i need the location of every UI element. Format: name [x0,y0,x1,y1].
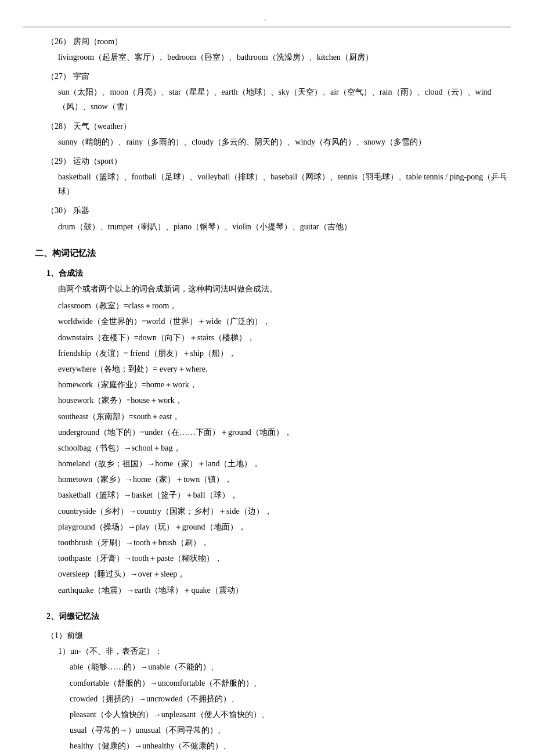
item-28-content: sunny（晴朗的）、rainy（多雨的）、cloudy（多云的、阴天的）、wi… [23,135,511,149]
compound-word-4: everywhere（各地；到处）= every＋where. [23,362,511,376]
item-29: （29） 运动（sport） basketball（篮球）、football（足… [23,154,511,199]
sub1-title: 1、合成法 [23,266,511,280]
prefix-un-list: able（能够……的）→unable（不能的）、 comfortable（舒服的… [23,660,511,753]
compound-word-14: playground（操场）→play（玩）＋ground（地面）， [23,520,511,534]
compound-word-11: hometown（家乡）→home（家）＋town（镇）， [23,472,511,487]
compound-word-16: toothpaste（牙膏）→tooth＋paste（糊状物）， [23,551,511,566]
item-26-content: livingroom（起居室、客厅）、bedroom（卧室）、bathroom（… [23,50,511,64]
prefix-title: （1）前缀 [23,628,511,643]
item-27-content: sun（太阳）、moon（月亮）、star（星星）、earth（地球）、sky（… [23,85,511,114]
compound-word-1: worldwide（全世界的）=world（世界）＋wide（广泛的）， [23,314,511,329]
compound-words-list: classroom（教室）=class＋room， worldwide（全世界的… [23,298,511,597]
item-26: （26） 房间（room） livingroom（起居室、客厅）、bedroom… [23,34,511,64]
item-29-label: （29） [46,157,71,165]
continued-section: （26） 房间（room） livingroom（起居室、客厅）、bedroom… [23,34,511,234]
item-27: （27） 宇宙 sun（太阳）、moon（月亮）、star（星星）、earth（… [23,69,511,114]
compound-word-9: schoolbag（书包）→school＋bag， [23,441,511,455]
item-26-label: （26） [46,37,71,46]
compound-word-3: friendship（友谊）= friend（朋友）＋ship（船）， [23,346,511,361]
item-30-content: drum（鼓）、trumpet（喇叭）、piano（钢琴）、violin（小提琴… [23,219,511,234]
compound-word-18: earthquake（地震）→earth（地球）＋quake（震动） [23,583,511,597]
item-30-label: （30） [46,206,71,215]
compound-word-7: southeast（东南部）=south＋east， [23,409,511,424]
prefix-un-word-0: able（能够……的）→unable（不能的）、 [23,660,511,674]
sub2-title: 2、词缀记忆法 [23,609,511,624]
prefix-un-word-2: crowded（拥挤的）→uncrowded（不拥挤的）、 [23,692,511,706]
compound-word-5: homework（家庭作业）=home＋work， [23,377,511,392]
item-27-label: （27） [46,72,71,81]
compound-word-17: oversleep（睡过头）→over＋sleep， [23,567,511,581]
prefix-un-title: 1）un-（不、非，表否定）： [23,644,511,658]
prefix-un-word-3: pleasant（令人愉快的）→unpleasant（使人不愉快的）、 [23,707,511,722]
prefix-un-word-1: comfortable（舒服的）→uncomfortable（不舒服的）、 [23,676,511,690]
compound-word-8: underground（地下的）=under（在……下面）＋ground（地面）… [23,425,511,440]
page-header: 、 [23,12,511,27]
item-28-label: （28） [46,122,71,131]
item-28-title: 天气（weather） [73,122,131,131]
item-29-title: 运动（sport） [73,157,122,165]
item-30: （30） 乐器 drum（鼓）、trumpet（喇叭）、piano（钢琴）、vi… [23,203,511,233]
compound-word-2: downstairs（在楼下）=down（向下）＋stairs（楼梯）， [23,330,511,345]
compound-word-6: housework（家务）=house＋work， [23,393,511,408]
compound-word-0: classroom（教室）=class＋room， [23,298,511,313]
item-27-title: 宇宙 [73,72,89,81]
item-28: （28） 天气（weather） sunny（晴朗的）、rainy（多雨的）、c… [23,119,511,149]
compound-word-10: homeland（故乡；祖国）→home（家）＋land（土地）， [23,456,511,471]
sub1-intro: 由两个或者两个以上的词合成新词，这种构词法叫做合成法。 [23,282,511,296]
compound-word-13: countryside（乡村）→country（国家；乡村）＋side（边）， [23,504,511,519]
prefix-un-word-4: usual（寻常的→）unusual（不同寻常的）、 [23,723,511,737]
item-29-content: basketball（篮球）、football（足球）、volleyball（排… [23,170,511,199]
compound-word-15: toothbrush（牙刷）→tooth＋brush（刷）， [23,535,511,550]
item-30-title: 乐器 [73,206,89,215]
compound-word-12: basketball（篮球）→basket（篮子）＋ball（球）， [23,488,511,502]
item-26-title: 房间（room） [73,37,123,46]
part2-section: 二、构词记忆法 1、合成法 由两个或者两个以上的词合成新词，这种构词法叫做合成法… [23,246,511,754]
prefix-un-word-5: healthy（健康的）→unhealthy（不健康的）、 [23,739,511,753]
part2-title: 二、构词记忆法 [23,246,511,261]
